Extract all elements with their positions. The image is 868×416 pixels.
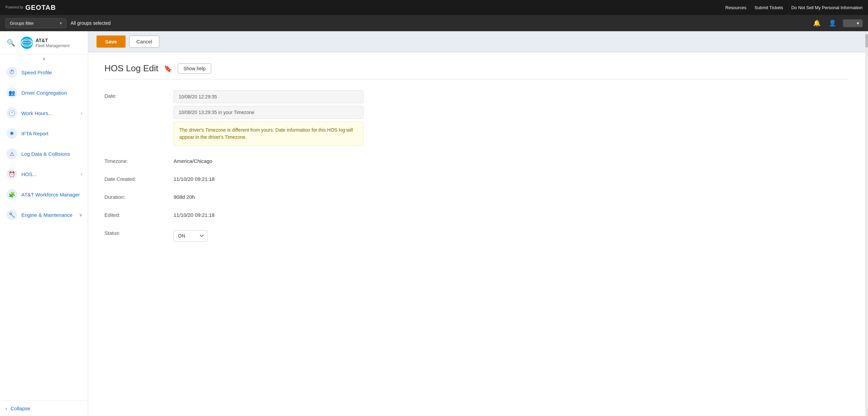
sidebar-item-att-workforce[interactable]: 🧩 AT&T Workforce Manager bbox=[0, 184, 88, 205]
status-select[interactable]: ON OFF SB D bbox=[174, 230, 208, 242]
sidebar-item-driver-congregation[interactable]: 👥 Driver Congregation bbox=[0, 82, 88, 103]
driver-congregation-icon: 👥 bbox=[6, 87, 17, 98]
ifta-report-icon: ✱ bbox=[6, 128, 17, 139]
att-workforce-icon: 🧩 bbox=[6, 189, 17, 200]
toolbar: Save Cancel bbox=[88, 31, 865, 52]
search-button[interactable]: 🔍 bbox=[5, 37, 17, 48]
sidebar-item-work-hours[interactable]: 🕐 Work Hours... › bbox=[0, 103, 88, 123]
sidebar-item-log-data-collisions[interactable]: ⚠ Log Data & Collisions bbox=[0, 144, 88, 164]
sidebar-item-label: Log Data & Collisions bbox=[21, 151, 82, 157]
second-bar-left: Groups filter ▾ All groups selected bbox=[5, 18, 111, 28]
user-profile-button[interactable]: 👤 bbox=[827, 18, 837, 28]
sidebar-item-speed-profile[interactable]: ⏱ Speed Profile bbox=[0, 62, 88, 82]
cancel-button[interactable]: Cancel bbox=[129, 36, 159, 48]
second-bar-right: 🔔 👤 ▾ bbox=[812, 18, 863, 28]
geotab-logo-text: GEOTAB bbox=[25, 4, 56, 12]
sidebar-item-label: Engine & Maintenance bbox=[21, 212, 75, 218]
do-not-sell-link[interactable]: Do Not Sell My Personal Information bbox=[791, 5, 863, 10]
sidebar-item-label: Work Hours... bbox=[21, 110, 77, 116]
sidebar-header: 🔍 AT&T Fleet Management bbox=[0, 31, 88, 55]
content-area: Save Cancel HOS Log Edit 🔖 Show help Dat… bbox=[88, 31, 865, 416]
status-label: Status: bbox=[104, 227, 165, 236]
sidebar-item-label: IFTA Report bbox=[21, 131, 82, 136]
timezone-label: Timezone: bbox=[104, 155, 165, 164]
groups-filter-button[interactable]: Groups filter ▾ bbox=[5, 18, 66, 28]
form-row-edited: Edited: 11/10/20 09:21:18 bbox=[104, 209, 410, 218]
duration-label: Duration: bbox=[104, 191, 165, 200]
timezone-warning: The driver's Timezone is different from … bbox=[174, 121, 363, 146]
brand-name-area: AT&T Fleet Management bbox=[36, 37, 70, 48]
search-icon: 🔍 bbox=[7, 39, 15, 46]
sidebar-item-label: Speed Profile bbox=[21, 70, 82, 75]
date-label: Date: bbox=[104, 90, 165, 99]
brand-sub-text: Fleet Management bbox=[36, 43, 70, 48]
collapse-label: Collapse bbox=[11, 405, 30, 411]
page-title: HOS Log Edit bbox=[104, 63, 158, 74]
brand-name-text: AT&T bbox=[36, 37, 70, 43]
log-data-icon: ⚠ bbox=[6, 148, 17, 159]
chevron-right-icon: › bbox=[81, 110, 82, 116]
save-button[interactable]: Save bbox=[96, 35, 126, 48]
date-input-local[interactable] bbox=[174, 106, 363, 119]
page-title-row: HOS Log Edit 🔖 Show help bbox=[104, 63, 849, 79]
status-value-container: ON OFF SB D bbox=[174, 227, 410, 242]
top-nav-links: Resources Submit Tickets Do Not Sell My … bbox=[725, 5, 863, 10]
sidebar-nav: ⏱ Speed Profile 👥 Driver Congregation 🕐 … bbox=[0, 62, 88, 400]
date-created-label: Date Created: bbox=[104, 173, 165, 182]
edited-label: Edited: bbox=[104, 209, 165, 218]
scroll-down-arrow-icon[interactable]: ▼ bbox=[865, 407, 868, 415]
user-dropdown-arrow-icon: ▾ bbox=[857, 21, 859, 26]
date-input-utc[interactable] bbox=[174, 90, 363, 103]
main-layout: 🔍 AT&T Fleet Management ▲ bbox=[0, 31, 868, 416]
sidebar-item-ifta-report[interactable]: ✱ IFTA Report bbox=[0, 123, 88, 144]
form-row-date: Date: The driver's Timezone is different… bbox=[104, 90, 410, 146]
work-hours-icon: 🕐 bbox=[6, 108, 17, 118]
notification-button[interactable]: 🔔 bbox=[812, 18, 822, 28]
chevron-down-icon: ∨ bbox=[79, 212, 82, 218]
second-bar: Groups filter ▾ All groups selected 🔔 👤 … bbox=[0, 15, 868, 31]
user-name-text bbox=[846, 21, 855, 26]
submit-tickets-link[interactable]: Submit Tickets bbox=[754, 5, 783, 10]
sidebar-footer: ‹ Collapse bbox=[0, 400, 88, 416]
groups-filter-label: Groups filter bbox=[10, 21, 34, 26]
form-row-status: Status: ON OFF SB D bbox=[104, 227, 410, 242]
date-created-value: 11/10/20 09:21:18 bbox=[174, 173, 410, 182]
hos-icon: ⏰ bbox=[6, 169, 17, 179]
form-row-duration: Duration: 908d 20h bbox=[104, 191, 410, 200]
powered-by-text: Powered by bbox=[5, 5, 23, 10]
notification-bell-icon: 🔔 bbox=[813, 19, 821, 27]
sidebar-item-label: HOS... bbox=[21, 171, 77, 177]
groups-filter-arrow-icon: ▾ bbox=[60, 21, 62, 26]
top-nav: Powered by GEOTAB Resources Submit Ticke… bbox=[0, 0, 868, 15]
speed-profile-icon: ⏱ bbox=[6, 67, 17, 78]
sidebar-item-engine-maintenance[interactable]: 🔧 Engine & Maintenance ∨ bbox=[0, 205, 88, 225]
sidebar-item-hos[interactable]: ⏰ HOS... › bbox=[0, 164, 88, 184]
timezone-value: America/Chicago bbox=[174, 155, 410, 164]
scroll-thumb[interactable] bbox=[865, 34, 868, 48]
right-scrollbar[interactable]: ▲ ▼ bbox=[865, 31, 868, 416]
all-groups-selected-text: All groups selected bbox=[71, 20, 111, 26]
collapse-button[interactable]: ‹ Collapse bbox=[5, 405, 82, 411]
logo-area: Powered by GEOTAB bbox=[5, 4, 56, 12]
edited-value: 11/10/20 09:21:18 bbox=[174, 209, 410, 218]
form-row-timezone: Timezone: America/Chicago bbox=[104, 155, 410, 164]
sidebar-item-label: Driver Congregation bbox=[21, 90, 82, 96]
form-body: Date: The driver's Timezone is different… bbox=[104, 90, 410, 242]
show-help-button[interactable]: Show help bbox=[178, 63, 211, 74]
chevron-right-icon: › bbox=[81, 171, 82, 177]
duration-value: 908d 20h bbox=[174, 191, 410, 200]
sidebar-item-label: AT&T Workforce Manager bbox=[21, 192, 82, 197]
engine-maintenance-icon: 🔧 bbox=[6, 209, 17, 220]
sidebar: 🔍 AT&T Fleet Management ▲ bbox=[0, 31, 88, 416]
brand-logo: AT&T Fleet Management bbox=[21, 37, 70, 49]
bookmark-icon[interactable]: 🔖 bbox=[164, 64, 172, 73]
form-panel: HOS Log Edit 🔖 Show help Date: The drive… bbox=[88, 52, 865, 416]
scroll-up-indicator[interactable]: ▲ bbox=[0, 55, 88, 62]
user-icon: 👤 bbox=[829, 19, 836, 27]
resources-link[interactable]: Resources bbox=[725, 5, 746, 10]
collapse-arrow-icon: ‹ bbox=[5, 405, 7, 411]
geotab-logo: Powered by GEOTAB bbox=[5, 4, 56, 12]
user-dropdown[interactable]: ▾ bbox=[843, 19, 863, 27]
date-input-group: The driver's Timezone is different from … bbox=[174, 90, 410, 146]
att-logo-icon bbox=[21, 37, 33, 49]
